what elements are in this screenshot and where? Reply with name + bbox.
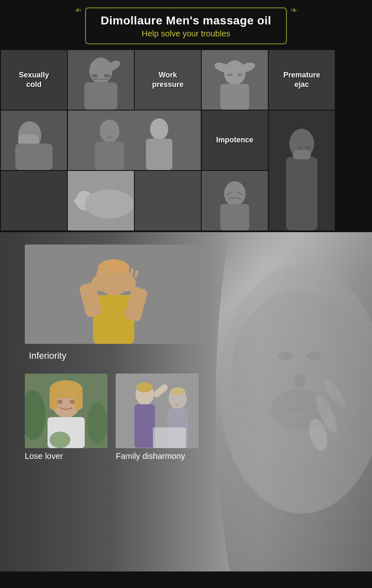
family-disharmony-label: Family disharmony [116,451,203,461]
cell-sexually-cold: Sexuallycold [1,50,67,110]
work-pressure-label: Workpressure [152,70,184,90]
svg-line-58 [103,269,103,275]
lose-lover-image [25,374,107,448]
svg-point-3 [91,74,98,77]
cell-man-stressed-img [202,50,268,110]
svg-line-61 [131,269,132,275]
svg-point-36 [224,181,246,206]
svg-line-59 [107,269,108,274]
svg-point-77 [136,382,153,392]
svg-point-12 [227,74,232,76]
title-box: Dimollaure Men's massage oil Help solve … [85,7,287,44]
svg-rect-2 [84,82,117,110]
bottom-images-row: Lose lover [25,374,347,461]
bottom-section: Inferiority [0,232,372,571]
svg-point-83 [174,403,179,406]
impotence-label: Impotence [216,135,253,145]
svg-rect-37 [220,204,249,230]
svg-rect-9 [220,84,249,110]
cell-man-think-img [1,110,67,170]
svg-point-33 [84,190,134,218]
cell-work-pressure: Workpressure [135,50,201,110]
family-disharmony-container: Family disharmony [116,374,203,461]
inferiority-label: Inferiority [25,350,347,361]
svg-point-81 [170,387,185,396]
lose-lover-label: Lose lover [25,451,112,461]
svg-rect-27 [286,157,317,230]
cell-impotence: Impotence [202,110,268,170]
svg-rect-22 [146,139,172,170]
cell-empty1 [1,171,67,230]
header-section: Dimollaure Men's massage oil Help solve … [0,0,372,44]
svg-point-19 [100,120,119,143]
cell-man-angry-img [68,50,134,110]
cell-woman-lying-img [68,171,134,230]
grid-section: Sexuallycold Workpressure [0,49,372,232]
cell-man-dark-img [269,110,335,230]
svg-point-21 [150,118,168,140]
premature-label: Prematureejac [283,70,320,90]
svg-rect-70 [74,389,83,410]
svg-point-13 [237,74,242,76]
sub-title: Help solve your troubles [101,29,272,38]
svg-point-24 [106,140,113,142]
family-disharmony-image [116,374,198,448]
svg-line-57 [97,271,98,277]
cell-man-pain-img [202,171,268,230]
svg-point-73 [87,403,107,444]
cell-couple-img [68,110,201,170]
cell-premature: Prematureejac [269,50,335,110]
svg-point-23 [107,136,112,139]
svg-point-8 [224,60,246,85]
svg-rect-18 [68,110,200,170]
svg-rect-17 [15,144,52,170]
svg-line-62 [136,271,137,277]
svg-point-29 [297,146,302,149]
cell-empty2 [135,171,201,230]
svg-rect-84 [153,427,186,448]
sexually-cold-label: Sexuallycold [19,70,49,90]
inferiority-image [25,245,203,344]
trouble-grid: Sexuallycold Workpressure [0,49,372,232]
svg-line-60 [126,269,127,274]
svg-rect-20 [95,142,124,170]
svg-point-4 [104,74,110,77]
lose-lover-container: Lose lover [25,374,112,461]
svg-point-30 [305,146,310,149]
svg-rect-69 [50,389,58,410]
svg-point-74 [50,432,70,448]
bottom-content: Inferiority [0,245,372,461]
main-title: Dimollaure Men's massage oil [101,14,272,27]
svg-rect-78 [134,404,155,448]
svg-rect-28 [293,150,311,159]
